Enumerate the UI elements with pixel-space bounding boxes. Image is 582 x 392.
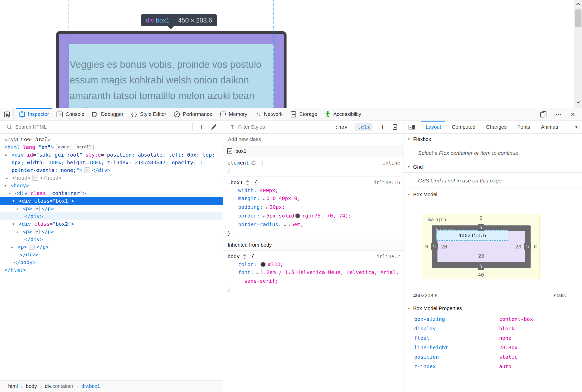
- padding-left-value[interactable]: 20: [441, 244, 447, 250]
- sidebar-toggle-icon[interactable]: [409, 125, 415, 129]
- css-declaration[interactable]: color: #333;: [227, 260, 400, 268]
- tab-fonts[interactable]: Fonts: [512, 121, 535, 133]
- add-class-row[interactable]: Add new class: [223, 134, 403, 145]
- scroll-down-icon[interactable]: [576, 100, 580, 104]
- selector-highlighter-icon[interactable]: [246, 181, 249, 184]
- add-node-icon[interactable]: +: [199, 124, 204, 129]
- selector-highlighter-icon[interactable]: [243, 255, 246, 258]
- markup-tree-row[interactable]: ▼<body>: [0, 182, 223, 189]
- selector-highlighter-icon[interactable]: [252, 161, 255, 165]
- tab-memory[interactable]: Memory: [216, 108, 251, 121]
- margin-right-value[interactable]: 0: [534, 243, 537, 249]
- expander-icon[interactable]: ▶: [12, 243, 13, 251]
- property-name[interactable]: line-height: [414, 344, 448, 351]
- markup-tree-row[interactable]: ▶<p>⋯</p>: [0, 228, 223, 235]
- devtools-menu-icon[interactable]: [555, 111, 562, 117]
- css-declaration[interactable]: width: 400px;: [227, 187, 400, 194]
- expander-icon[interactable]: ▶: [266, 206, 268, 210]
- scrollbar-thumb[interactable]: [575, 9, 581, 27]
- expander-icon[interactable]: ▶: [257, 271, 258, 275]
- flexbox-section-header[interactable]: ▼ Flexbox: [403, 134, 582, 145]
- css-declaration[interactable]: border: ▶5px solidrgb(75, 70, 74);: [227, 212, 400, 221]
- box-model-diagram[interactable]: margin 0 40 0 0 border padding 20 20 20 …: [422, 214, 540, 279]
- color-swatch[interactable]: [295, 214, 300, 218]
- class-panel-toggle[interactable]: .cls: [355, 123, 372, 131]
- property-name[interactable]: box-sizing: [414, 316, 445, 322]
- expander-icon[interactable]: ▼: [13, 197, 14, 205]
- expander-icon[interactable]: ▼: [4, 182, 6, 190]
- margin-left-value[interactable]: 0: [425, 243, 428, 249]
- markup-tree-row[interactable]: ▶<p>⋯</p>: [0, 205, 223, 212]
- rule-selector[interactable]: .box1: [227, 179, 243, 186]
- tab-console[interactable]: Console: [53, 108, 88, 121]
- markup-tree-row[interactable]: </div>: [0, 235, 223, 243]
- markup-tree-row[interactable]: </body>: [0, 258, 223, 266]
- border-right-value[interactable]: 5: [524, 243, 531, 250]
- color-swatch[interactable]: [261, 262, 265, 267]
- add-rule-icon[interactable]: +: [380, 124, 385, 129]
- markup-tree-row[interactable]: <html lang="en">eventscroll: [0, 143, 223, 151]
- page-scrollbar[interactable]: [574, 0, 582, 108]
- ellipsis-badge[interactable]: ⋯: [32, 175, 38, 181]
- expander-icon[interactable]: ▶: [263, 215, 265, 218]
- expander-icon[interactable]: ▼: [9, 190, 11, 197]
- event-badge[interactable]: event: [56, 144, 72, 150]
- markup-tree-row[interactable]: ▼<div class="container">: [0, 189, 223, 197]
- property-name[interactable]: float: [414, 335, 430, 341]
- markup-tree-row[interactable]: </html>: [0, 266, 223, 274]
- rule-source-link[interactable]: inline: [382, 159, 400, 167]
- filter-styles-input[interactable]: Filter Styles: [238, 124, 265, 130]
- border-bottom-value[interactable]: 5: [478, 263, 484, 270]
- tab-inspector[interactable]: Inspector: [15, 108, 53, 121]
- tab-computed[interactable]: Computed: [446, 121, 481, 133]
- markup-tree-row[interactable]: ▶<head>⋯</head>: [0, 174, 223, 182]
- rule-source-link[interactable]: inline:2: [377, 253, 400, 260]
- css-declaration[interactable]: margin: ▶0 0 40px 0;: [227, 194, 400, 203]
- css-declaration[interactable]: padding: ▶20px;: [227, 203, 400, 212]
- markup-tree-row[interactable]: ▶<div id="saka-gui-root" style="position…: [0, 151, 223, 174]
- markup-tree-row[interactable]: </div>: [0, 212, 223, 220]
- grid-section-header[interactable]: ▼ Grid: [403, 161, 582, 173]
- tab-debugger[interactable]: Debugger: [88, 108, 127, 121]
- box-model-section-header[interactable]: ▼ Box Model: [403, 189, 582, 200]
- scroll-up-icon[interactable]: [576, 3, 580, 6]
- ellipsis-badge[interactable]: ⋯: [34, 229, 40, 234]
- ellipsis-badge[interactable]: ⋯: [29, 244, 35, 250]
- tab-performance[interactable]: Performance: [170, 108, 216, 121]
- property-name[interactable]: z-index: [414, 363, 436, 369]
- tab-storage[interactable]: Storage: [287, 108, 321, 121]
- event-badge[interactable]: scroll: [75, 144, 94, 150]
- expander-icon[interactable]: ▶: [5, 151, 7, 159]
- pseudo-class-toggle[interactable]: :hov: [335, 124, 347, 130]
- search-input[interactable]: Search HTML: [15, 124, 47, 130]
- all-tabs-dropdown-icon[interactable]: ▼: [575, 125, 578, 129]
- padding-right-value[interactable]: 20: [515, 244, 521, 250]
- expander-icon[interactable]: ▶: [6, 174, 8, 182]
- margin-top-value[interactable]: 0: [479, 215, 482, 221]
- print-simulation-icon[interactable]: [393, 124, 397, 130]
- css-declaration[interactable]: font: ▶1.2em / 1.5 Helvetica Neue, Helve…: [227, 268, 400, 285]
- expander-icon[interactable]: ▶: [263, 197, 265, 201]
- ellipsis-badge[interactable]: ⋯: [34, 206, 40, 211]
- rule-selector[interactable]: body: [227, 253, 240, 259]
- markup-tree-row[interactable]: ▶<p>⋯</p>: [0, 243, 223, 251]
- rule-source-link[interactable]: inline:16: [374, 179, 400, 187]
- tab-changes[interactable]: Changes: [481, 121, 512, 133]
- breadcrumb-item[interactable]: body: [24, 383, 39, 389]
- tab-layout[interactable]: Layout: [420, 121, 446, 133]
- tab-accessibility[interactable]: Accessibility: [321, 108, 365, 121]
- markup-tree-row[interactable]: <!DOCTYPE html>: [0, 136, 223, 143]
- rule-selector[interactable]: element: [227, 160, 249, 166]
- expander-icon[interactable]: ▶: [17, 228, 18, 236]
- breadcrumb-item[interactable]: html: [6, 383, 20, 389]
- expander-icon[interactable]: ▼: [13, 220, 14, 228]
- breadcrumb-item[interactable]: div.container: [43, 383, 75, 389]
- responsive-design-mode-icon[interactable]: [540, 111, 546, 117]
- border-left-value[interactable]: 5: [431, 243, 438, 250]
- tab-network[interactable]: Network: [251, 108, 287, 121]
- box-model-content-size[interactable]: 400×153.6: [436, 230, 508, 241]
- class-checkbox[interactable]: [227, 148, 232, 154]
- property-name[interactable]: position: [414, 354, 439, 360]
- css-declaration[interactable]: border-radius: ▶.5em;: [227, 221, 400, 229]
- add-class-input[interactable]: Add new class: [228, 136, 261, 142]
